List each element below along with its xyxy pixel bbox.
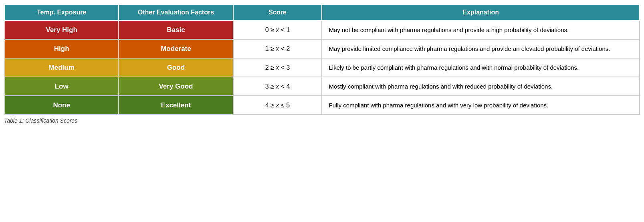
header-score: Score bbox=[233, 4, 322, 20]
table-row: Very HighBasic0 ≥ x < 1May not be compli… bbox=[4, 20, 640, 39]
cell-score-0: 0 ≥ x < 1 bbox=[233, 20, 322, 39]
classification-table: Temp. Exposure Other Evaluation Factors … bbox=[4, 4, 640, 115]
table-header-row: Temp. Exposure Other Evaluation Factors … bbox=[4, 4, 640, 20]
cell-score-1: 1 ≥ x < 2 bbox=[233, 39, 322, 58]
cell-temp-3: Low bbox=[4, 77, 119, 96]
cell-score-3: 3 ≥ x < 4 bbox=[233, 77, 322, 96]
cell-explanation-2: Likely to be partly compliant with pharm… bbox=[322, 58, 640, 77]
header-other-factors: Other Evaluation Factors bbox=[119, 4, 233, 20]
cell-score-2: 2 ≥ x < 3 bbox=[233, 58, 322, 77]
table-row: LowVery Good3 ≥ x < 4Mostly compliant wi… bbox=[4, 77, 640, 96]
table-row: HighModerate1 ≥ x < 2May provide limited… bbox=[4, 39, 640, 58]
cell-other-4: Excellent bbox=[119, 96, 233, 115]
table-row: MediumGood2 ≥ x < 3Likely to be partly c… bbox=[4, 58, 640, 77]
cell-explanation-3: Mostly compliant with pharma regulations… bbox=[322, 77, 640, 96]
cell-explanation-1: May provide limited compliance with phar… bbox=[322, 39, 640, 58]
cell-other-0: Basic bbox=[119, 20, 233, 39]
header-explanation: Explanation bbox=[322, 4, 640, 20]
cell-explanation-0: May not be compliant with pharma regulat… bbox=[322, 20, 640, 39]
cell-other-3: Very Good bbox=[119, 77, 233, 96]
header-temp-exposure: Temp. Exposure bbox=[4, 4, 119, 20]
cell-explanation-4: Fully compliant with pharma regulations … bbox=[322, 96, 640, 115]
cell-other-1: Moderate bbox=[119, 39, 233, 58]
table-row: NoneExcellent4 ≥ x ≤ 5Fully compliant wi… bbox=[4, 96, 640, 115]
cell-temp-2: Medium bbox=[4, 58, 119, 77]
cell-temp-4: None bbox=[4, 96, 119, 115]
cell-temp-0: Very High bbox=[4, 20, 119, 39]
cell-temp-1: High bbox=[4, 39, 119, 58]
cell-other-2: Good bbox=[119, 58, 233, 77]
table-caption: Table 1: Classification Scores bbox=[4, 117, 640, 124]
cell-score-4: 4 ≥ x ≤ 5 bbox=[233, 96, 322, 115]
